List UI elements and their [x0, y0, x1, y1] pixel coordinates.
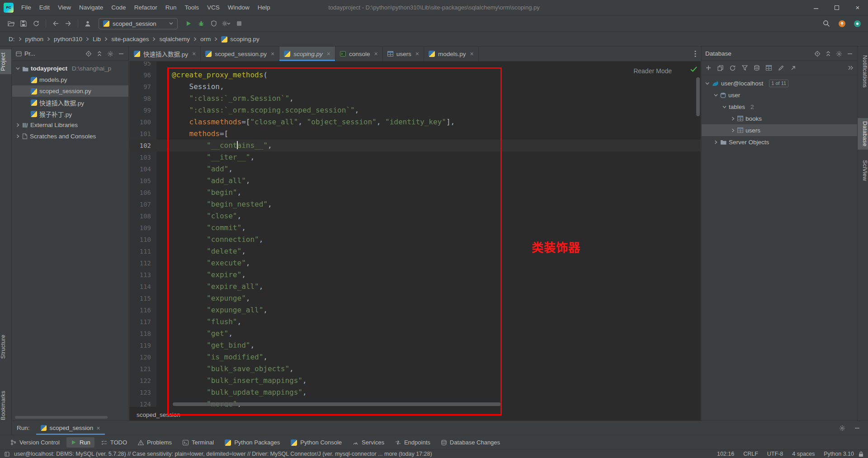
menu-file[interactable]: File: [17, 0, 35, 15]
menu-edit[interactable]: Edit: [35, 0, 54, 15]
database-item-books[interactable]: books: [702, 113, 857, 124]
tool-button-sciview[interactable]: SciView: [858, 157, 868, 184]
menu-help[interactable]: Help: [254, 0, 274, 15]
status-message[interactable]: user@localhost: DBMS: MySQL (ver. 5.7.28…: [14, 451, 712, 457]
menu-refactor[interactable]: Refactor: [130, 0, 161, 15]
sync-icon[interactable]: [30, 18, 42, 29]
more-actions-icon[interactable]: [848, 66, 853, 70]
close-icon[interactable]: ×: [192, 50, 196, 57]
code-line[interactable]: 115 "expunge",: [129, 293, 701, 304]
code-line[interactable]: 114 "expire_all",: [129, 281, 701, 293]
breadcrumb-item-orm[interactable]: orm: [198, 35, 213, 43]
project-item-external-libraries[interactable]: External Libraries: [12, 119, 128, 131]
project-item-scratches-and-consoles[interactable]: Scratches and Consoles: [12, 131, 128, 142]
run-tab[interactable]: scoped_session ×: [36, 421, 105, 435]
refresh-icon[interactable]: [730, 65, 736, 71]
code-line[interactable]: 97 Session,: [129, 81, 701, 93]
interpreter-widget[interactable]: Python 3.10: [824, 451, 854, 457]
back-icon[interactable]: [49, 18, 62, 29]
menu-window[interactable]: Window: [224, 0, 254, 15]
maximize-button[interactable]: [826, 0, 847, 15]
editor-tab-scoping-py[interactable]: scoping.py×: [279, 47, 335, 61]
code-line[interactable]: 108 "close",: [129, 210, 701, 222]
tool-button-run[interactable]: Run: [66, 437, 94, 448]
project-settings-icon[interactable]: [81, 18, 94, 29]
code-line[interactable]: 100 classmethods=["close_all", "object_s…: [129, 116, 701, 128]
code-line[interactable]: 101 methods=[: [129, 128, 701, 140]
tool-button-endpoints[interactable]: Endpoints: [391, 437, 434, 448]
breadcrumb-item-lib[interactable]: Lib: [90, 35, 103, 43]
lock-icon[interactable]: [859, 451, 863, 457]
data-source-properties-icon[interactable]: [754, 65, 760, 71]
project-item-scoped-session-py[interactable]: scoped_session.py: [12, 85, 128, 97]
breadcrumb-item-site-packages[interactable]: site-packages: [109, 35, 151, 43]
code-line[interactable]: 120 "is_modified",: [129, 351, 701, 363]
database-item-user-localhost[interactable]: user@localhost1 of 11: [702, 77, 857, 89]
tool-button-database[interactable]: Database: [858, 118, 868, 150]
hide-panel-icon[interactable]: [847, 51, 853, 57]
code-line[interactable]: 113 "expire",: [129, 269, 701, 281]
close-icon[interactable]: ×: [327, 50, 330, 57]
coverage-button[interactable]: [208, 18, 220, 29]
project-item-py[interactable]: 快速插入数据.py: [12, 97, 128, 108]
locate-file-icon[interactable]: [85, 51, 92, 57]
tool-button-version-control[interactable]: Version Control: [6, 437, 64, 448]
code-line[interactable]: 102 "__contains__",: [129, 140, 701, 151]
breadcrumb-item-scoping-py[interactable]: scoping.py: [219, 35, 262, 43]
gear-icon[interactable]: [839, 425, 845, 431]
menu-view[interactable]: View: [54, 0, 75, 15]
menu-navigate[interactable]: Navigate: [75, 0, 107, 15]
code-line[interactable]: 107 "begin_nested",: [129, 198, 701, 210]
tool-button-python-packages[interactable]: Python Packages: [221, 437, 284, 448]
project-view-selector[interactable]: Pr...: [16, 50, 35, 57]
tool-button-todo[interactable]: TODO: [97, 437, 131, 448]
breadcrumb-item-sqlalchemy[interactable]: sqlalchemy: [157, 35, 192, 43]
close-icon[interactable]: ×: [470, 50, 473, 57]
editor-tab-users[interactable]: users×: [383, 47, 424, 61]
code-line[interactable]: 112 "execute",: [129, 257, 701, 269]
close-button[interactable]: ×: [847, 0, 868, 15]
forward-icon[interactable]: [62, 18, 75, 29]
tool-button-problems[interactable]: Problems: [134, 437, 176, 448]
editor-vertical-scrollbar[interactable]: [696, 77, 700, 116]
code-line[interactable]: 121 "bulk_save_objects",: [129, 363, 701, 375]
locate-object-icon[interactable]: [814, 51, 821, 57]
tool-button-services[interactable]: Services: [349, 437, 388, 448]
tab-options-icon[interactable]: [694, 50, 696, 59]
editor-tab-py[interactable]: 快速插入数据.py×: [129, 47, 201, 61]
code-line[interactable]: 99 ":class:`_orm.scoping.scoped_session`…: [129, 104, 701, 116]
reader-mode-toggle[interactable]: Reader Mode: [633, 67, 672, 75]
tool-button-terminal[interactable]: Terminal: [179, 437, 218, 448]
code-line[interactable]: 109 "commit",: [129, 222, 701, 234]
go-to-console-icon[interactable]: [790, 65, 796, 71]
tool-button-structure[interactable]: Structure: [0, 331, 11, 362]
close-icon[interactable]: ×: [374, 50, 378, 57]
menu-run[interactable]: Run: [161, 0, 181, 15]
code-line[interactable]: 96@create_proxy_methods(: [129, 69, 701, 81]
editor-horizontal-scrollbar[interactable]: [173, 402, 501, 406]
code-line[interactable]: 106 "begin",: [129, 187, 701, 198]
tool-button-project[interactable]: Project: [0, 49, 11, 74]
encoding-widget[interactable]: UTF-8: [767, 451, 783, 457]
stop-button[interactable]: [233, 18, 245, 29]
database-item-server-objects[interactable]: Server Objects: [702, 136, 857, 148]
code-line[interactable]: 117 "flush",: [129, 316, 701, 328]
tool-button-python-console[interactable]: Python Console: [287, 437, 346, 448]
menu-vcs[interactable]: VCS: [203, 0, 224, 15]
project-item-models-py[interactable]: models.py: [12, 74, 128, 85]
editor-tab-models-py[interactable]: models.py×: [424, 47, 479, 61]
caret-position-widget[interactable]: 102:16: [717, 451, 734, 457]
inspections-ok-icon[interactable]: [690, 66, 697, 73]
database-item-users[interactable]: users: [702, 124, 857, 136]
debug-button[interactable]: [195, 18, 208, 29]
code-line[interactable]: 122 "bulk_insert_mappings",: [129, 375, 701, 387]
close-icon[interactable]: ×: [96, 425, 100, 432]
code-line[interactable]: 110 "connection",: [129, 234, 701, 246]
menu-tools[interactable]: Tools: [180, 0, 203, 15]
toolwindow-toggle-icon[interactable]: [5, 452, 9, 457]
run-configuration-select[interactable]: scoped_session: [99, 18, 178, 29]
tool-button-database-changes[interactable]: Database Changes: [437, 437, 504, 448]
code-line[interactable]: 105 "add_all",: [129, 175, 701, 187]
indent-widget[interactable]: 4 spaces: [792, 451, 815, 457]
code-editor[interactable]: 9596@create_proxy_methods(97 Session,98 …: [129, 61, 701, 407]
